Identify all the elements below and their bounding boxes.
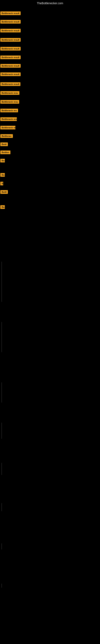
bottleneck-badge-row: Bottl bbox=[0, 190, 8, 194]
bottleneck-result-badge[interactable]: Bottlen bbox=[0, 150, 10, 154]
bottleneck-result-badge[interactable]: Bottleneck result bbox=[0, 64, 21, 68]
site-title: TheBottlenecker.com bbox=[0, 0, 100, 6]
bottleneck-result-badge[interactable]: Bottleneck resu bbox=[0, 100, 19, 104]
bottleneck-badge-row: Bottleneck result bbox=[0, 20, 21, 24]
vertical-line bbox=[1, 422, 2, 439]
bottleneck-result-badge[interactable]: Bottleneck result bbox=[0, 38, 21, 42]
bottleneck-badge-row: Bottlen bbox=[0, 150, 10, 155]
bottleneck-result-badge[interactable]: Bottleneck result bbox=[0, 82, 20, 86]
bottleneck-badge-row: Bottleneck result bbox=[0, 82, 20, 87]
bottleneck-result-badge[interactable]: Bo bbox=[0, 173, 5, 177]
bottleneck-result-badge[interactable]: Bottleneck res bbox=[0, 117, 17, 121]
vertical-line bbox=[1, 382, 2, 402]
bottleneck-result-badge[interactable]: Bottl bbox=[0, 190, 8, 194]
bottleneck-result-badge[interactable]: Bottleneck resu bbox=[0, 91, 19, 95]
vertical-line bbox=[1, 544, 2, 550]
bottleneck-badge-row: Bottleneck res bbox=[0, 109, 18, 113]
bottleneck-result-badge[interactable]: Bottl bbox=[0, 142, 8, 146]
bottleneck-badge-row: Bo bbox=[0, 173, 5, 178]
bottleneck-badge-row: Bottleneck result bbox=[0, 47, 21, 51]
bottleneck-badge-row: Bottleneck result bbox=[0, 72, 21, 77]
bottleneck-badge-row: Bottleneck resu bbox=[0, 91, 19, 96]
bottleneck-badge-row: Bottleneck res bbox=[0, 117, 17, 122]
bottleneck-result-badge[interactable]: B bbox=[0, 182, 3, 185]
bottleneck-badge-row: Bottleneck re bbox=[0, 126, 15, 130]
bottleneck-badge-row: Bottleneck result bbox=[0, 56, 21, 60]
bottleneck-result-badge[interactable]: Bottleneck result bbox=[0, 47, 21, 50]
bottleneck-badge-row: Bo bbox=[0, 205, 5, 210]
bottleneck-result-badge[interactable]: Bo bbox=[0, 159, 5, 162]
bottleneck-badge-row: Bottleneck result bbox=[0, 64, 21, 68]
bottleneck-result-badge[interactable]: Bottleneck res bbox=[0, 109, 18, 112]
bottleneck-result-badge[interactable]: Bottleneck re bbox=[0, 126, 15, 130]
bottleneck-result-badge[interactable]: Bottlenec bbox=[0, 134, 13, 138]
bottleneck-badge-row: Bottleneck result bbox=[0, 12, 21, 16]
bottleneck-result-badge[interactable]: Bottleneck result bbox=[0, 72, 21, 76]
bottleneck-result-badge[interactable]: Bottleneck result bbox=[0, 20, 21, 24]
vertical-line bbox=[1, 503, 2, 511]
vertical-line bbox=[1, 463, 2, 475]
bottleneck-badge-row: Bottleneck result bbox=[0, 38, 21, 42]
bottleneck-badge-row: Bo bbox=[0, 159, 5, 163]
bottleneck-result-badge[interactable]: Bo bbox=[0, 205, 5, 209]
bottleneck-badge-row: Bottleneck result bbox=[0, 29, 21, 33]
bottleneck-badge-row: B bbox=[0, 182, 3, 186]
bottleneck-result-badge[interactable]: Bottleneck result bbox=[0, 12, 21, 15]
vertical-line bbox=[1, 584, 2, 588]
vertical-line bbox=[1, 262, 2, 302]
bottleneck-result-badge[interactable]: Bottleneck result bbox=[0, 29, 21, 32]
bottleneck-badge-row: Bottleneck resu bbox=[0, 100, 19, 104]
vertical-line bbox=[1, 322, 2, 352]
bottleneck-badge-row: Bottl bbox=[0, 142, 8, 147]
bottleneck-result-badge[interactable]: Bottleneck result bbox=[0, 56, 21, 59]
bottleneck-badge-row: Bottlenec bbox=[0, 134, 13, 139]
